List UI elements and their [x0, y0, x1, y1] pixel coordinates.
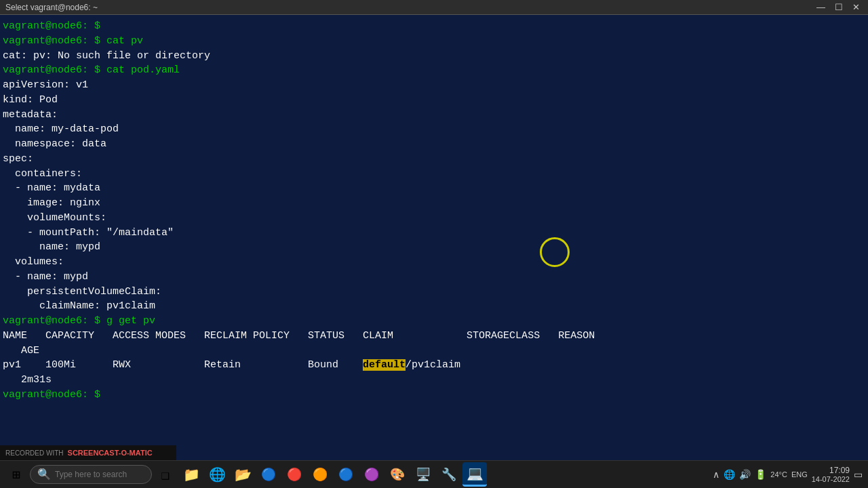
- language-display: ENG: [791, 470, 808, 479]
- terminal-line: vagrant@node6: $ cat pv: [3, 34, 865, 49]
- terminal-text-green: vagrant@node6: $ cat pod.yaml: [3, 64, 180, 76]
- terminal-text-white: persistentVolumeClaim:: [3, 286, 161, 298]
- terminal-line: - name: mypd: [3, 270, 865, 285]
- terminal-text-white: apiVersion: v1: [3, 79, 88, 91]
- terminal-text-white: name: my-data-pod: [3, 123, 119, 135]
- battery-icon: 🔋: [755, 469, 766, 480]
- app1-icon[interactable]: 🔵: [256, 462, 281, 487]
- terminal-text-white: pv1 100Mi RWX Retain Bound: [3, 359, 363, 371]
- terminal-text-white: containers:: [3, 168, 82, 180]
- terminal-line: - name: mydata: [3, 181, 865, 196]
- browser-icon[interactable]: 🌐: [205, 462, 229, 487]
- terminal-text-green: vagrant@node6: $: [3, 20, 106, 32]
- terminal-text-green: vagrant@node6: $: [3, 389, 106, 401]
- search-icon: 🔍: [37, 468, 51, 481]
- terminal-line: volumeMounts:: [3, 211, 865, 226]
- terminal-line: apiVersion: v1: [3, 78, 865, 93]
- terminal: vagrant@node6: $ vagrant@node6: $ cat pv…: [0, 15, 868, 460]
- terminal-line: containers:: [3, 167, 865, 182]
- network-icon[interactable]: 🌐: [724, 469, 735, 480]
- terminal-line: - mountPath: "/maindata": [3, 226, 865, 241]
- terminal-text-white: - mountPath: "/maindata": [3, 227, 174, 239]
- titlebar-title: Select vagrant@node6: ~: [5, 3, 98, 12]
- chevron-up-icon[interactable]: ∧: [713, 469, 719, 480]
- minimize-button[interactable]: —: [814, 2, 828, 12]
- terminal-text-white: spec:: [3, 153, 33, 165]
- search-input[interactable]: [55, 470, 143, 479]
- terminal-line: kind: Pod: [3, 93, 865, 108]
- screencast-bar: RECORDED WITH SCREENCAST-O-MATIC: [0, 445, 176, 460]
- terminal-line: image: nginx: [3, 196, 865, 211]
- titlebar: Select vagrant@node6: ~ — ☐ ✕: [0, 0, 868, 15]
- screencast-brand: SCREENCAST-O-MATIC: [68, 449, 153, 457]
- terminal-line: spec:: [3, 152, 865, 167]
- terminal-line: pv1 100Mi RWX Retain Bound default/pv1cl…: [3, 358, 865, 388]
- terminal-line: persistentVolumeClaim:: [3, 285, 865, 300]
- taskbar: ⊞ 🔍 ❑ 📁 🌐 📂 🔵 🔴 🟠 🔵 🟣 🎨 🖥️ 🔧 💻 ∧ 🌐 🔊 🔋 2…: [0, 460, 868, 488]
- terminal-line: cat: pv: No such file or directory: [3, 49, 865, 64]
- search-box[interactable]: 🔍: [30, 465, 152, 484]
- task-view-icon[interactable]: ❑: [153, 462, 178, 487]
- temperature-display: 24°C: [770, 470, 787, 479]
- app7-icon[interactable]: 🖥️: [411, 462, 435, 487]
- terminal-line: name: mypd: [3, 240, 865, 255]
- app5-icon[interactable]: 🟣: [359, 462, 384, 487]
- volume-icon[interactable]: 🔊: [739, 469, 751, 480]
- terminal-line: metadata:: [3, 108, 865, 123]
- app2-icon[interactable]: 🔴: [282, 462, 307, 487]
- terminal-text-white: metadata:: [3, 109, 58, 121]
- terminal-text-green: vagrant@node6: $ g get pv: [3, 315, 155, 327]
- terminal-text-white: volumeMounts:: [3, 212, 106, 224]
- clock-time: 17:09: [812, 466, 850, 475]
- terminal-text-green: vagrant@node6: $ cat pv: [3, 35, 143, 47]
- terminal-line: NAME CAPACITY ACCESS MODES RECLAIM POLIC…: [3, 329, 865, 359]
- maximize-button[interactable]: ☐: [832, 2, 846, 12]
- app8-icon[interactable]: 🔧: [437, 462, 461, 487]
- terminal-line: namespace: data: [3, 137, 865, 152]
- terminal-text-white: claimName: pv1claim: [3, 300, 155, 312]
- file-explorer-icon[interactable]: 📁: [179, 462, 203, 487]
- app3-icon[interactable]: 🟠: [308, 462, 332, 487]
- close-button[interactable]: ✕: [850, 2, 863, 12]
- taskbar-left: ⊞ 🔍 ❑ 📁 🌐 📂 🔵 🔴 🟠 🔵 🟣 🎨 🖥️ 🔧 💻: [0, 462, 487, 487]
- terminal-text-white: name: mypd: [3, 241, 100, 253]
- terminal-line: name: my-data-pod: [3, 122, 865, 137]
- terminal-line: claimName: pv1claim: [3, 299, 865, 314]
- terminal-line: vagrant@node6: $: [3, 388, 865, 403]
- terminal-text-white: volumes:: [3, 256, 64, 268]
- terminal-text-white: namespace: data: [3, 138, 106, 150]
- terminal-line: vagrant@node6: $: [3, 19, 865, 34]
- terminal-line: vagrant@node6: $ cat pod.yaml: [3, 63, 865, 78]
- app6-icon[interactable]: 🎨: [385, 462, 410, 487]
- clock[interactable]: 17:09 14-07-2022: [812, 466, 850, 483]
- clock-date: 14-07-2022: [812, 475, 850, 483]
- show-desktop-icon[interactable]: ▭: [854, 469, 863, 480]
- app4-icon[interactable]: 🔵: [334, 462, 358, 487]
- terminal-text-yellow-hl: default: [363, 359, 406, 371]
- terminal-text-white: NAME CAPACITY ACCESS MODES RECLAIM POLIC…: [3, 330, 595, 357]
- terminal-line: volumes:: [3, 255, 865, 270]
- titlebar-buttons: — ☐ ✕: [814, 2, 863, 12]
- terminal-text-white: image: nginx: [3, 197, 100, 209]
- screencast-label: RECORDED WITH: [5, 449, 64, 457]
- terminal-active-icon[interactable]: 💻: [462, 462, 487, 487]
- folder-icon[interactable]: 📂: [231, 462, 255, 487]
- terminal-line: vagrant@node6: $ g get pv: [3, 314, 865, 329]
- terminal-text-white: kind: Pod: [3, 94, 58, 106]
- terminal-text-white: - name: mydata: [3, 182, 100, 194]
- terminal-text-white: cat: pv: No such file or directory: [3, 50, 210, 62]
- start-button[interactable]: ⊞: [4, 462, 28, 487]
- terminal-text-white: - name: mypd: [3, 271, 88, 283]
- taskbar-right: ∧ 🌐 🔊 🔋 24°C ENG 17:09 14-07-2022 ▭: [713, 466, 868, 483]
